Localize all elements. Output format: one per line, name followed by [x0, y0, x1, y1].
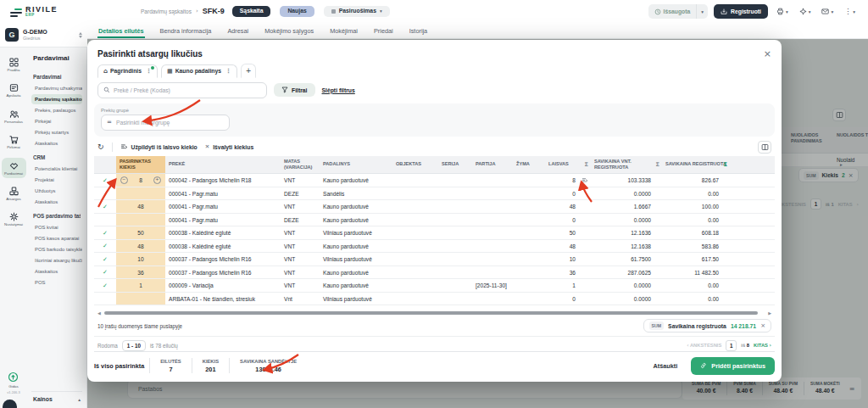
sidebar-item-ataskaitos[interactable]: Ataskaitos — [31, 138, 82, 148]
row-check-cell[interactable]: ✓ — [94, 265, 116, 279]
next-page-button[interactable]: KITAS — [754, 343, 768, 348]
table-row[interactable]: ✓−8+000042 - Padangos Michelin R18VNTKau… — [94, 174, 775, 187]
qty-cell[interactable]: 10 — [116, 253, 165, 266]
rail-item-pardavimai[interactable]: Pardavimai — [2, 158, 26, 178]
qty-cell[interactable]: 36 — [116, 265, 165, 279]
sidebar-section-kainos[interactable]: Kainos ▴ — [31, 391, 82, 405]
page-input[interactable]: 1 — [726, 340, 737, 351]
workspace-switcher-icon[interactable] — [79, 32, 82, 38]
group-filter-input[interactable]: = Pasirinkti medį/grupę — [101, 115, 230, 131]
sidebar-item-pirkėjų-sutartys[interactable]: Pirkėjų sutartys — [31, 127, 82, 137]
column-header-serija[interactable]: SERIJA — [438, 156, 472, 174]
row-check-cell[interactable] — [94, 292, 116, 305]
sidebar-item-pos-kasos-aparatai[interactable]: POS kasos aparatai — [31, 233, 82, 243]
column-header-matas[interactable]: MATAS (VARIACIJA) — [281, 156, 320, 174]
modal-close-icon[interactable]: × — [764, 49, 771, 59]
sum-chip[interactable]: SUM Savikaina registruota 14 218.71 × — [643, 319, 771, 333]
table-row[interactable]: 000041 - Pagr.matuDEZESandėlis00.00000.0… — [94, 187, 775, 200]
sidebar-item-ataskaitos[interactable]: Ataskaitos — [31, 197, 82, 207]
rail-item-nustatymai[interactable]: Nustatymai — [2, 209, 26, 229]
qty-cell[interactable] — [116, 187, 165, 200]
status-dropdown[interactable]: Pasiruošimas ▾ — [324, 6, 390, 17]
qty-cell[interactable] — [116, 213, 165, 226]
saved-button[interactable]: Išsaugota ▾ — [648, 4, 709, 19]
qty-cell[interactable]: 48 — [116, 200, 165, 214]
column-header-objektas[interactable]: OBJEKTAS — [392, 156, 438, 174]
qty-cell[interactable] — [116, 292, 165, 305]
rail-item-apskaita[interactable]: Apskaita — [2, 80, 26, 100]
guide-button[interactable]: Gidas v1.246.3 — [7, 372, 19, 394]
stock-tab-kauno-padalinys[interactable]: ▦Kauno padalinys⋮ — [161, 64, 237, 78]
saved-dropdown[interactable]: ▾ — [696, 4, 708, 19]
actions-dropdown[interactable]: ▾ — [797, 6, 814, 17]
sidebar-item-potencialūs-klientai[interactable]: Potencialūs klientai — [31, 164, 82, 174]
filters-button[interactable]: Filtrai — [274, 83, 315, 97]
row-check-cell[interactable]: ✓ — [94, 200, 116, 214]
rail-item-atsargos[interactable]: Atsargos — [2, 183, 26, 204]
tab-adresai[interactable]: Adresai — [226, 28, 249, 38]
sidebar-item-projektai[interactable]: Projektai — [31, 175, 82, 185]
scroll-left-icon[interactable]: ◀ — [97, 311, 101, 316]
column-header-check[interactable] — [94, 156, 116, 174]
more-dropdown[interactable]: ⋮ ▾ — [842, 7, 858, 17]
clear-quantities-button[interactable]: ✕ Išvalyti kiekius — [205, 143, 253, 150]
tab-bendra-informacija[interactable]: Bendra informacija — [159, 28, 213, 38]
row-check-cell[interactable]: ✓ — [94, 174, 116, 187]
column-header-sav_reg[interactable]: SAVIKAINA REGISTRUOTAΣ — [662, 156, 730, 174]
row-check-cell[interactable]: ✓ — [94, 239, 116, 253]
scroll-right-icon[interactable]: ▶ — [768, 311, 771, 316]
tab-detalios-eilutės[interactable]: Detalios eilutės — [97, 28, 145, 38]
row-check-cell[interactable] — [94, 213, 116, 226]
kebab-icon[interactable]: ⋮ — [144, 68, 152, 75]
sidebar-item-ataskaitos[interactable]: Ataskaitos — [31, 266, 82, 277]
plus-stepper-button[interactable]: + — [153, 176, 161, 184]
scrollbar-thumb[interactable] — [104, 311, 758, 315]
hide-filters-link[interactable]: Slėpti filtrus — [322, 87, 355, 93]
column-header-zyma[interactable]: ŽYMA — [513, 156, 545, 174]
cancel-button[interactable]: Atšaukti — [654, 362, 678, 370]
sidebar-item-pirkėjai[interactable]: Pirkėjai — [31, 116, 82, 126]
search-input[interactable]: Prekė / Prekė (Kodas) — [97, 82, 267, 98]
column-header-preke[interactable]: PREKĖ — [165, 156, 281, 174]
tab-mokėjimai[interactable]: Mokėjimai — [329, 28, 359, 38]
column-header-qty[interactable]: PASIRINKTAS KIEKIS — [116, 156, 165, 174]
sidebar-item-išoriniai-atsargų-likučiai[interactable]: Išoriniai atsargų likučiai — [31, 255, 82, 265]
sum-icon[interactable]: Σ — [585, 161, 588, 168]
column-settings-button[interactable] — [758, 141, 771, 154]
rivile-logo[interactable]: RIVILE ERP — [10, 6, 58, 18]
sum-icon[interactable]: Σ — [656, 161, 659, 168]
sum-icon[interactable]: Σ — [724, 161, 727, 168]
workspace-card[interactable]: G G-DEMO Giedrius — [0, 23, 87, 48]
tab-istorija[interactable]: Istorija — [409, 28, 429, 38]
row-check-cell[interactable]: ✓ — [94, 279, 116, 293]
sidebar-item-pardavimų-užsakymai[interactable]: Pardavimų užsakymai — [31, 83, 82, 93]
saskaita-button[interactable]: Sąskaita — [232, 6, 271, 17]
table-row[interactable]: ✓50000038 - Kalėdinė eglutėVNTVilniaus p… — [94, 226, 775, 240]
table-row[interactable]: ✓1000009 - VariacijaVNTKauno parduotuvė[… — [94, 279, 775, 293]
column-header-padalinys[interactable]: PADALINYS — [320, 156, 392, 174]
horizontal-scrollbar[interactable]: ◀ ▶ — [97, 310, 771, 316]
sidebar-item-pos-kvitai[interactable]: POS kvitai — [31, 222, 82, 232]
column-header-partija[interactable]: PARTIJA — [472, 156, 513, 174]
row-check-cell[interactable]: ✓ — [94, 226, 116, 240]
sidebar-item-pardavimų-sąskaitos[interactable]: Pardavimų sąskaitos — [31, 94, 82, 104]
tab-priedai[interactable]: Priedai — [373, 28, 394, 38]
table-row[interactable]: ✓48000038 - Kalėdinė eglutėVNTKauno pard… — [94, 239, 775, 253]
sidebar-item-užduotys[interactable]: Užduotys — [31, 186, 82, 196]
corner-avatar[interactable] — [3, 400, 17, 408]
minus-stepper-button[interactable]: − — [120, 176, 128, 184]
breadcrumb-parent[interactable]: Pardavimų sąskaitos — [141, 8, 192, 14]
register-button[interactable]: Registruoti — [714, 4, 768, 19]
add-tab-button[interactable]: + — [241, 64, 256, 78]
row-check-cell[interactable] — [94, 187, 116, 200]
naujas-button[interactable]: Naujas — [280, 6, 314, 17]
kebab-icon[interactable]: ⋮ — [224, 68, 231, 75]
row-check-cell[interactable]: ✓ — [94, 253, 116, 266]
rail-item-pradžia[interactable]: Pradžia — [2, 54, 26, 75]
table-row[interactable]: ARBATA-01 - Ne šiandien, stresiukVntViln… — [94, 292, 775, 305]
prev-page-button[interactable]: ANKSTESNIS — [690, 343, 721, 348]
print-dropdown[interactable]: ▾ — [774, 6, 791, 17]
table-row[interactable]: ✓36000037 - Padangos Michelin R16VNTKaun… — [94, 265, 775, 279]
rail-item-pirkimai[interactable]: Pirkimai — [2, 131, 26, 152]
qty-cell[interactable]: −8+ — [116, 174, 165, 187]
